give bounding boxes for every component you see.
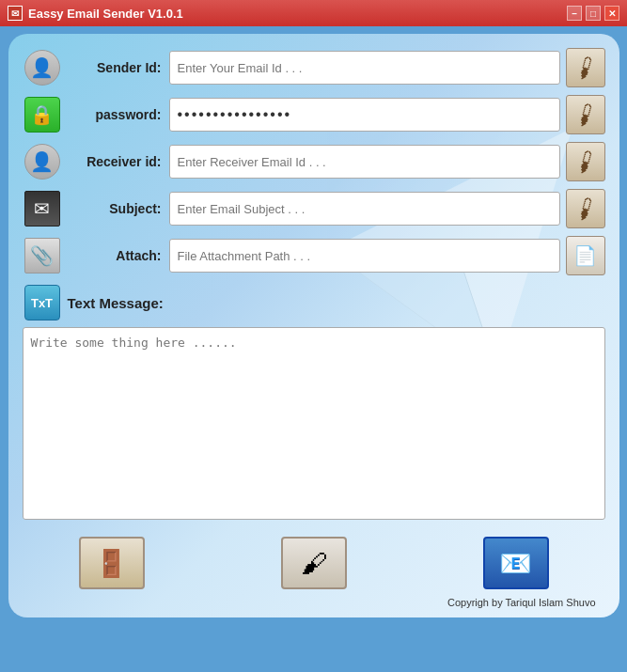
subject-label: Subject:	[68, 201, 162, 216]
clip-icon: 📎	[24, 238, 60, 273]
sender-clear-button[interactable]: 🖌	[566, 48, 605, 87]
close-button[interactable]: ✕	[604, 6, 619, 21]
attach-browse-button[interactable]: 📄	[566, 236, 605, 275]
bottom-toolbar: 🚪 🖌 📧	[23, 531, 605, 595]
attach-icon: 📎	[23, 236, 62, 275]
receiver-icon: 👤	[23, 142, 62, 181]
app-icon: ✉	[8, 6, 23, 21]
attach-input[interactable]	[169, 239, 560, 273]
main-container: 👤 Sender Id: 🖌 🔒 password: 🖌 👤 Receiver …	[8, 34, 619, 617]
exit-button[interactable]: 🚪	[79, 537, 145, 589]
password-label: password:	[68, 107, 162, 122]
clear-all-button[interactable]: 🖌	[281, 537, 347, 589]
copyright-text: Copyrigh by Tariqul Islam Shuvo	[23, 597, 605, 608]
brush-icon-2: 🖌	[570, 99, 600, 131]
brush-icon-4: 🖌	[570, 193, 600, 225]
password-row: 🔒 password: 🖌	[23, 95, 605, 134]
clear-all-icon: 🖌	[301, 548, 327, 579]
password-clear-button[interactable]: 🖌	[566, 95, 605, 134]
app-title: Eassy Email Sender V1.0.1	[28, 7, 183, 21]
message-section: TxT Text Message:	[23, 283, 605, 524]
receiver-label: Receiver id:	[68, 154, 162, 169]
subject-clear-button[interactable]: 🖌	[566, 189, 605, 228]
lock-icon: 🔒	[24, 97, 60, 133]
password-input[interactable]	[169, 98, 560, 132]
title-controls: – □ ✕	[567, 6, 619, 21]
message-icon: TxT	[23, 283, 62, 322]
brush-icon: 🖌	[570, 52, 600, 84]
attach-row: 📎 Attach: 📄	[23, 236, 605, 275]
title-bar-left: ✉ Eassy Email Sender V1.0.1	[8, 6, 183, 21]
maximize-button[interactable]: □	[586, 6, 601, 21]
brush-icon-3: 🖌	[570, 146, 600, 178]
minimize-button[interactable]: –	[567, 6, 582, 21]
exit-icon: 🚪	[95, 548, 128, 579]
person-icon-2: 👤	[24, 144, 60, 180]
envelope-icon: ✉	[24, 191, 60, 227]
receiver-clear-button[interactable]: 🖌	[566, 142, 605, 181]
password-icon: 🔒	[23, 95, 62, 134]
send-icon: 📧	[499, 548, 532, 579]
subject-icon: ✉	[23, 189, 62, 228]
message-label-row: TxT Text Message:	[23, 283, 605, 322]
message-label: Text Message:	[68, 295, 164, 311]
sender-label: Sender Id:	[68, 60, 162, 75]
sender-row: 👤 Sender Id: 🖌	[23, 48, 605, 87]
copyright-label: Copyrigh by Tariqul Islam Shuvo	[447, 597, 596, 608]
send-button[interactable]: 📧	[483, 537, 549, 589]
receiver-input[interactable]	[169, 145, 560, 179]
attach-label: Attach:	[68, 248, 162, 263]
subject-row: ✉ Subject: 🖌	[23, 189, 605, 228]
title-bar: ✉ Eassy Email Sender V1.0.1 – □ ✕	[0, 0, 627, 26]
person-icon: 👤	[24, 50, 60, 86]
sender-icon: 👤	[23, 48, 62, 87]
sender-input[interactable]	[169, 51, 560, 85]
subject-input[interactable]	[169, 192, 560, 226]
message-textarea[interactable]	[23, 327, 605, 520]
file-icon: 📄	[573, 244, 597, 267]
receiver-row: 👤 Receiver id: 🖌	[23, 142, 605, 181]
txt-icon: TxT	[24, 285, 60, 320]
